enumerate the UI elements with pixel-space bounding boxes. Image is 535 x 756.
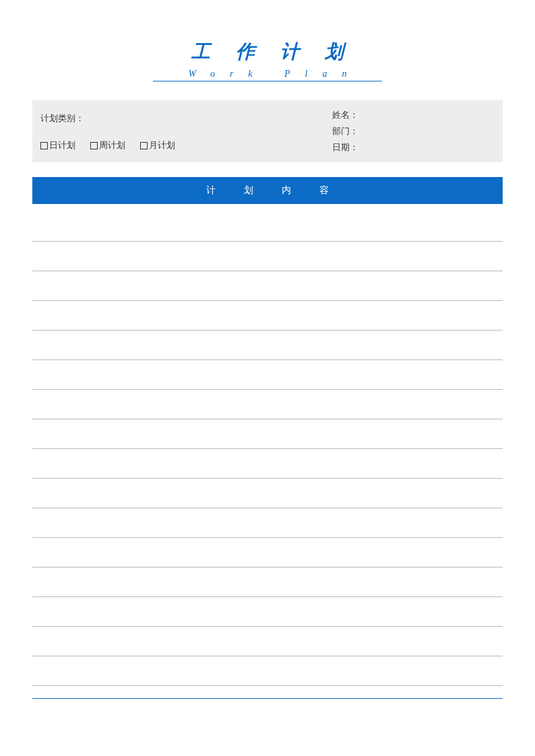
title-underline [153,81,382,81]
dept-label: 部门： [332,123,495,139]
content-line[interactable] [32,301,503,331]
bottom-rule [32,698,503,699]
title-chinese: 工作计划 [32,39,503,65]
checkbox-icon [90,142,98,149]
content-line[interactable] [32,390,503,419]
content-line[interactable] [32,597,503,627]
content-line[interactable] [32,627,503,656]
content-line[interactable] [32,479,503,508]
section-header: 计划内容 [32,177,503,204]
content-line[interactable] [32,538,503,568]
date-label: 日期： [332,139,495,156]
option-monthly[interactable]: 月计划 [140,139,175,151]
plan-type-label: 计划类别： [40,112,316,125]
content-line[interactable] [32,508,503,538]
checkbox-icon [40,142,48,149]
info-left: 计划类别： 日计划 周计划 月计划 [32,100,324,162]
content-line[interactable] [32,419,503,449]
content-line[interactable] [32,449,503,479]
info-panel: 计划类别： 日计划 周计划 月计划 姓名： 部门： 日期： [32,100,503,162]
content-line[interactable] [32,656,503,686]
info-right: 姓名： 部门： 日期： [324,100,503,162]
title-english: Work Plan [32,69,503,79]
content-line[interactable] [32,568,503,597]
option-monthly-label: 月计划 [149,139,175,151]
option-daily-label: 日计划 [49,139,75,151]
content-line[interactable] [32,212,503,242]
content-line[interactable] [32,360,503,390]
name-label: 姓名： [332,107,495,123]
option-daily[interactable]: 日计划 [40,139,75,151]
content-line[interactable] [32,331,503,360]
plan-type-options: 日计划 周计划 月计划 [40,139,316,151]
content-lines [32,212,503,686]
content-line[interactable] [32,271,503,301]
document-header: 工作计划 Work Plan [32,39,503,81]
checkbox-icon [140,142,148,149]
option-weekly-label: 周计划 [99,139,125,151]
content-line[interactable] [32,242,503,271]
page: 工作计划 Work Plan 计划类别： 日计划 周计划 月计划 [0,0,535,732]
option-weekly[interactable]: 周计划 [90,139,125,151]
